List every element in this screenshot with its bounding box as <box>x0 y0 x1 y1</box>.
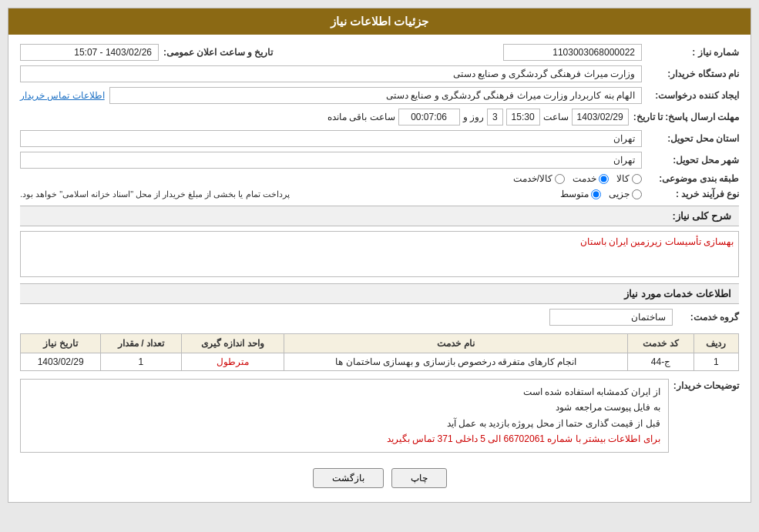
purchase-type-medium-label: متوسط <box>560 189 589 199</box>
purchase-type-radio-medium[interactable] <box>591 189 601 199</box>
need-number-label: شماره نیاز : <box>646 47 739 58</box>
purchase-type-label: نوع فرآیند خرید : <box>646 189 739 199</box>
cell-row: 1 <box>694 353 738 371</box>
need-description-value: بهسازی تأسیسات زیرزمین ایران باستان <box>20 231 739 277</box>
category-radio-service[interactable] <box>599 174 609 184</box>
back-button[interactable]: بازگشت <box>313 468 384 488</box>
table-header-row: ردیف <box>694 334 738 353</box>
buyer-note-line: به فایل پیوست مراجعه شود <box>29 400 660 415</box>
deadline-day-label: روز و <box>463 112 484 122</box>
purchase-type-partial[interactable]: جزیی <box>609 189 642 199</box>
services-table: ردیف کد خدمت نام خدمت واحد اندازه گیری ت… <box>20 333 739 371</box>
cell-service-code: ج-44 <box>628 353 694 371</box>
deadline-days: 3 <box>487 109 503 125</box>
page-title: جزئیات اطلاعات نیاز <box>8 8 751 35</box>
deadline-remaining: 00:07:06 <box>398 109 460 125</box>
creator-contact-link[interactable]: اطلاعات تماس خریدار <box>20 90 105 101</box>
creator-label: ایجاد کننده درخواست: <box>646 90 739 101</box>
need-number-value: 1103003068000022 <box>503 44 642 61</box>
buyer-note-line: برای اطلاعات بیشتر با شماره 66702061 الی… <box>29 431 660 447</box>
category-label: طبقه بندی موضوعی: <box>646 173 739 184</box>
city-value: تهران <box>20 152 642 169</box>
creator-value: الهام بنه کاربردار وزارت میراث فرهنگی گر… <box>109 87 642 104</box>
province-value: تهران <box>20 130 642 147</box>
buyer-note-line: از ایران کدمشابه استفاده شده است <box>29 384 660 400</box>
purchase-type-radio-group: جزیی متوسط <box>301 189 642 199</box>
category-radio-goods[interactable] <box>632 174 642 184</box>
cell-unit: مترطول <box>181 353 284 371</box>
table-row: 1 ج-44 انجام کارهای متفرقه درخصوص بازساز… <box>21 353 739 371</box>
deadline-time-label: ساعت <box>543 112 569 122</box>
category-radio-both[interactable] <box>555 174 565 184</box>
category-radio-group: کالا خدمت کالا/خدمت <box>20 173 642 184</box>
buyer-label: نام دستگاه خریدار: <box>646 69 739 79</box>
announcement-label: تاریخ و ساعت اعلان عمومی: <box>163 47 273 58</box>
deadline-date: 1403/02/29 <box>572 109 629 125</box>
purchase-type-note: پرداخت تمام یا بخشی از مبلغ خریدار از مح… <box>20 189 290 199</box>
cell-date: 1403/02/29 <box>21 353 101 371</box>
buyer-notes-content: از ایران کدمشابه استفاده شده استبه فایل … <box>20 379 669 453</box>
category-option-goods[interactable]: کالا <box>616 173 642 184</box>
purchase-type-medium[interactable]: متوسط <box>560 189 601 199</box>
category-option-service[interactable]: خدمت <box>573 173 609 184</box>
services-section-title: اطلاعات خدمات مورد نیاز <box>20 283 739 304</box>
purchase-type-radio-partial[interactable] <box>632 189 642 199</box>
table-header-unit: واحد اندازه گیری <box>181 334 284 353</box>
deadline-remaining-label: ساعت باقی مانده <box>327 112 395 122</box>
announcement-value: 1403/02/26 - 15:07 <box>20 44 159 61</box>
deadline-time: 15:30 <box>506 109 540 125</box>
table-header-date: تاریخ نیاز <box>21 334 101 353</box>
category-both-label: کالا/خدمت <box>513 173 552 184</box>
deadline-label: مهلت ارسال پاسخ: تا تاریخ: <box>633 112 739 122</box>
need-description-section-title: شرح کلی نیاز: <box>20 206 739 226</box>
buyer-value: وزارت میراث فرهنگی گردشگری و صنایع دستی <box>20 65 642 82</box>
service-group-value: ساختمان <box>549 309 673 326</box>
category-service-label: خدمت <box>573 173 596 184</box>
cell-quantity: 1 <box>101 353 181 371</box>
buyer-notes-label: توضیحات خریدار: <box>673 379 739 391</box>
service-group-label: گروه خدمت: <box>677 312 739 323</box>
city-label: شهر محل تحویل: <box>646 155 739 166</box>
cell-service-name: انجام کارهای متفرقه درخصوص بازسازی و بهس… <box>284 353 628 371</box>
table-header-service-code: کد خدمت <box>628 334 694 353</box>
purchase-type-partial-label: جزیی <box>609 189 630 199</box>
category-goods-label: کالا <box>616 173 630 184</box>
table-header-service-name: نام خدمت <box>284 334 628 353</box>
table-header-quantity: تعداد / مقدار <box>101 334 181 353</box>
print-button[interactable]: چاپ <box>391 468 447 488</box>
buyer-note-line: قبل از قیمت گذاری حتما از محل پروژه بازد… <box>29 416 660 431</box>
category-option-both[interactable]: کالا/خدمت <box>513 173 565 184</box>
province-label: استان محل تحویل: <box>646 133 739 144</box>
